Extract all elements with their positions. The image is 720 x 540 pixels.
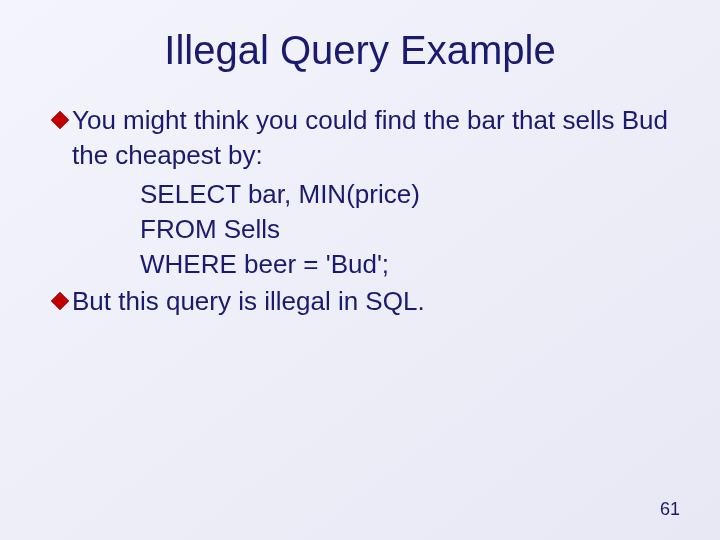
code-line: FROM Sells: [140, 212, 670, 247]
bullet-item: But this query is illegal in SQL.: [50, 284, 670, 319]
svg-marker-0: [51, 111, 69, 129]
svg-marker-1: [51, 292, 69, 310]
code-block: SELECT bar, MIN(price) FROM Sells WHERE …: [140, 177, 670, 282]
bullet-text: You might think you could find the bar t…: [72, 103, 670, 173]
bullet-text: But this query is illegal in SQL.: [72, 284, 670, 319]
slide-body: You might think you could find the bar t…: [0, 73, 720, 320]
code-line: SELECT bar, MIN(price): [140, 177, 670, 212]
diamond-bullet-icon: [50, 110, 70, 130]
slide: Illegal Query Example You might think yo…: [0, 0, 720, 540]
diamond-bullet-icon: [50, 291, 70, 311]
bullet-item: You might think you could find the bar t…: [50, 103, 670, 173]
code-line: WHERE beer = 'Bud';: [140, 247, 670, 282]
slide-title: Illegal Query Example: [0, 0, 720, 73]
page-number: 61: [660, 499, 680, 520]
